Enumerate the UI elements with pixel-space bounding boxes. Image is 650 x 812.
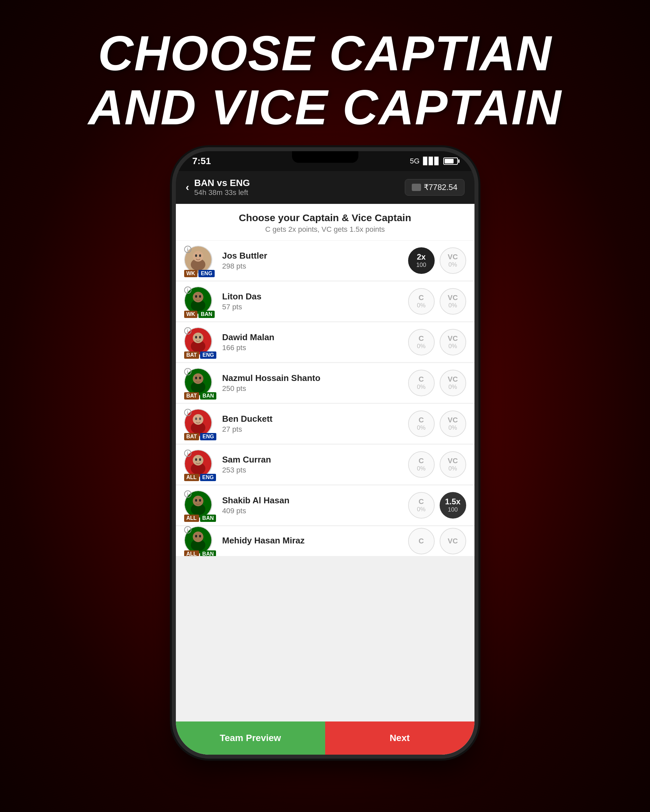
vc-pct: 100 bbox=[448, 506, 457, 513]
vc-label: VC bbox=[448, 293, 458, 302]
captain-button[interactable]: C bbox=[408, 528, 435, 554]
vc-pct: 0% bbox=[448, 302, 457, 309]
svg-point-8 bbox=[195, 295, 197, 298]
captain-button[interactable]: C 0% bbox=[408, 288, 435, 314]
player-name: Mehidy Hasan Miraz bbox=[222, 536, 403, 546]
player-pts: 250 pts bbox=[222, 384, 403, 393]
captain-button[interactable]: C 0% bbox=[408, 492, 435, 519]
player-pts: 253 pts bbox=[222, 466, 403, 475]
captain-label: C bbox=[419, 498, 424, 506]
player-pts: 409 pts bbox=[222, 507, 403, 515]
player-name: Liton Das bbox=[222, 292, 403, 302]
vice-captain-button[interactable]: VC 0% bbox=[440, 370, 466, 396]
vc-pct: 0% bbox=[448, 343, 457, 350]
svg-point-19 bbox=[199, 377, 201, 379]
vc-label: VC bbox=[448, 375, 458, 384]
battery-icon bbox=[443, 157, 458, 165]
captain-buttons: C 0% VC 0% bbox=[408, 451, 466, 478]
team-preview-button[interactable]: Team Preview bbox=[176, 722, 325, 755]
player-details: Mehidy Hasan Miraz bbox=[222, 536, 403, 547]
vice-captain-button[interactable]: 1.5x 100 bbox=[440, 492, 466, 519]
table-row: i ALL BAN bbox=[176, 485, 474, 525]
player-pts: 57 pts bbox=[222, 303, 403, 311]
svg-point-14 bbox=[199, 336, 201, 339]
phone-wrapper: 7:51 5G ▊▊▊ ‹ BAN vs ENG 54h 38m 33s lef… bbox=[176, 151, 474, 755]
headline: CHOOSE CAPTIAN AND VICE CAPTAIN bbox=[88, 26, 562, 134]
player-avatar-section: i BAT BAN bbox=[184, 368, 217, 398]
player-avatar-section: i WK BAN bbox=[184, 287, 217, 316]
bottom-action-bar: Team Preview Next bbox=[176, 722, 474, 755]
player-avatar-section: i WK ENG bbox=[184, 246, 217, 276]
player-tags: ALL BAN bbox=[184, 514, 216, 522]
captain-label: C bbox=[419, 293, 424, 302]
svg-point-24 bbox=[199, 417, 201, 420]
team-tag: BAN bbox=[200, 550, 216, 556]
player-tags: BAT ENG bbox=[184, 351, 216, 359]
info-icon: i bbox=[184, 327, 191, 334]
vc-label: VC bbox=[448, 456, 458, 465]
captain-pct: 100 bbox=[416, 262, 426, 269]
captain-buttons: C 0% VC 0% bbox=[408, 411, 466, 437]
captain-button[interactable]: C 0% bbox=[408, 411, 435, 437]
info-icon: i bbox=[184, 246, 191, 253]
app-header: ‹ BAN vs ENG 54h 38m 33s left ₹7782.54 bbox=[176, 171, 474, 204]
captain-button[interactable]: 2x 100 bbox=[408, 247, 435, 274]
svg-point-39 bbox=[199, 535, 201, 537]
player-tags: WK ENG bbox=[184, 270, 215, 277]
player-details: Liton Das 57 pts bbox=[222, 292, 403, 311]
captain-button[interactable]: C 0% bbox=[408, 451, 435, 478]
captain-button[interactable]: C 0% bbox=[408, 370, 435, 396]
team-tag: BAN bbox=[200, 514, 216, 522]
player-name: Ben Duckett bbox=[222, 414, 403, 424]
team-tag: ENG bbox=[200, 433, 216, 440]
captain-label: C bbox=[419, 375, 424, 384]
player-avatar-section: i ALL ENG bbox=[184, 450, 217, 479]
svg-point-28 bbox=[195, 458, 197, 461]
captain-button[interactable]: C 0% bbox=[408, 329, 435, 356]
role-tag: BAT bbox=[184, 392, 199, 400]
next-button[interactable]: Next bbox=[325, 722, 474, 755]
vice-captain-button[interactable]: VC 0% bbox=[440, 247, 466, 274]
svg-point-13 bbox=[195, 336, 197, 339]
player-details: Jos Buttler 298 pts bbox=[222, 251, 403, 270]
captain-pct: 0% bbox=[417, 506, 425, 513]
team-tag: ENG bbox=[199, 270, 215, 277]
captain-pct: 0% bbox=[417, 465, 425, 472]
wallet-icon bbox=[412, 184, 421, 191]
team-tag: BAN bbox=[200, 392, 216, 400]
vice-captain-button[interactable]: VC 0% bbox=[440, 451, 466, 478]
phone-notch bbox=[292, 151, 358, 163]
player-name: Dawid Malan bbox=[222, 332, 403, 342]
player-details: Ben Duckett 27 pts bbox=[222, 414, 403, 434]
svg-point-3 bbox=[195, 254, 197, 257]
role-tag: ALL bbox=[184, 550, 199, 556]
svg-point-18 bbox=[195, 377, 197, 379]
vice-captain-button[interactable]: VC 0% bbox=[440, 288, 466, 314]
captain-pct: 0% bbox=[417, 302, 425, 309]
captain-label: C bbox=[419, 416, 424, 424]
svg-point-33 bbox=[195, 499, 197, 502]
headline-line1: CHOOSE CAPTIAN bbox=[88, 26, 562, 81]
vice-captain-button[interactable]: VC 0% bbox=[440, 329, 466, 356]
player-tags: ALL ENG bbox=[184, 474, 216, 481]
player-tags: ALL BAN bbox=[184, 550, 216, 556]
captain-buttons: C 0% VC 0% bbox=[408, 329, 466, 356]
back-button[interactable]: ‹ bbox=[186, 181, 190, 193]
player-details: Shakib Al Hasan 409 pts bbox=[222, 495, 403, 515]
table-row: i BAT ENG bbox=[176, 322, 474, 362]
captain-pct: 0% bbox=[417, 424, 425, 431]
player-avatar-section: i BAT ENG bbox=[184, 327, 217, 357]
player-name: Nazmul Hossain Shanto bbox=[222, 373, 403, 383]
team-tag: ENG bbox=[200, 351, 216, 359]
svg-point-37 bbox=[193, 531, 203, 542]
vice-captain-button[interactable]: VC 0% bbox=[440, 411, 466, 437]
info-icon: i bbox=[184, 368, 191, 375]
vc-pct: 0% bbox=[448, 424, 457, 431]
info-icon: i bbox=[184, 450, 191, 457]
player-details: Sam Curran 253 pts bbox=[222, 455, 403, 475]
svg-point-23 bbox=[195, 417, 197, 420]
choose-header: Choose your Captain & Vice Captain C get… bbox=[176, 204, 474, 241]
table-row: i BAT BAN bbox=[176, 363, 474, 403]
table-row: i ALL ENG bbox=[176, 445, 474, 484]
vice-captain-button[interactable]: VC bbox=[440, 528, 466, 554]
